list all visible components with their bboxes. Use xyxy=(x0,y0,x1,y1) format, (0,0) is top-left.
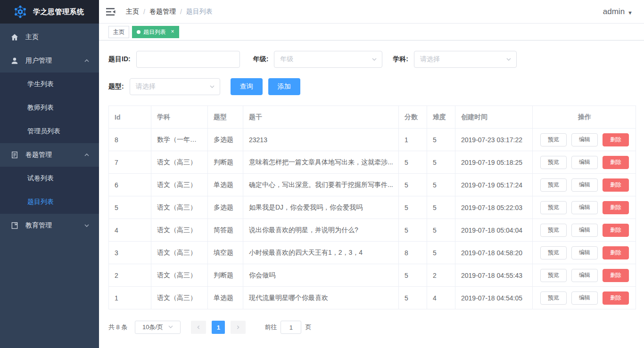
cell-created: 2019-07-18 04:58:20 xyxy=(455,242,533,264)
table-row: 5 语文（高三） 多选题 如果我是DJ，你会爱我吗，你会爱我吗 5 5 2019… xyxy=(109,196,636,219)
delete-button[interactable]: 删除 xyxy=(603,156,629,169)
col-header-score: 分数 xyxy=(399,106,427,129)
filter-row-2: 题型: 请选择 查询 添加 xyxy=(108,78,635,95)
tab-active-dot xyxy=(137,30,140,34)
cell-subject: 语文（高三） xyxy=(151,264,208,287)
tab-home[interactable]: 主页 xyxy=(108,26,129,38)
preview-button[interactable]: 预览 xyxy=(540,269,567,282)
grade-select[interactable]: 年级 xyxy=(274,51,382,68)
delete-button[interactable]: 删除 xyxy=(603,133,629,146)
next-page-button[interactable] xyxy=(231,321,246,334)
preview-button[interactable]: 预览 xyxy=(540,224,567,237)
cell-difficulty: 5 xyxy=(427,151,455,174)
subject-select[interactable]: 请选择 xyxy=(414,51,517,68)
edit-button[interactable]: 编辑 xyxy=(571,246,598,259)
cell-difficulty: 5 xyxy=(427,129,455,151)
cell-score: 5 xyxy=(399,196,427,219)
cell-stem: 意味着怎样把一篇文章具体地写出来，这就牵涉... xyxy=(243,151,399,174)
edit-button[interactable]: 编辑 xyxy=(571,224,598,237)
username: admin xyxy=(603,7,625,16)
preview-button[interactable]: 预览 xyxy=(540,178,567,192)
table-row: 7 语文（高三） 判断题 意味着怎样把一篇文章具体地写出来，这就牵涉... 5 … xyxy=(109,151,636,174)
preview-button[interactable]: 预览 xyxy=(540,133,567,146)
goto-page-input[interactable] xyxy=(281,321,301,334)
edit-button[interactable]: 编辑 xyxy=(571,291,598,305)
question-id-input[interactable] xyxy=(136,51,240,68)
edit-button[interactable]: 编辑 xyxy=(571,201,598,214)
question-table: Id 学科 题型 题干 分数 难度 创建时间 操作 8 数学（一年级） 多选题 … xyxy=(108,105,636,309)
delete-button[interactable]: 删除 xyxy=(603,201,629,214)
chevron-left-icon xyxy=(196,325,201,330)
tab-close-icon[interactable]: × xyxy=(169,29,176,35)
app-logo: 学之思管理系统 xyxy=(0,0,99,24)
sidebar-item-paper-management[interactable]: 卷题管理 xyxy=(0,143,99,167)
preview-button[interactable]: 预览 xyxy=(540,156,567,169)
cell-score: 8 xyxy=(399,242,427,264)
breadcrumb-home[interactable]: 主页 xyxy=(126,8,139,16)
sidebar-item-education-management[interactable]: 教育管理 xyxy=(0,214,99,237)
cell-id: 1 xyxy=(109,287,151,309)
cell-difficulty: 5 xyxy=(427,219,455,242)
cell-type: 单选题 xyxy=(208,174,243,196)
table-row: 3 语文（高三） 填空题 小时候最喜欢的四大天王有1，2，3，4 8 5 201… xyxy=(109,242,636,264)
preview-button[interactable]: 预览 xyxy=(540,291,567,305)
caret-down-icon: ▼ xyxy=(627,10,633,16)
question-id-label: 题目ID: xyxy=(108,55,131,64)
col-header-difficulty: 难度 xyxy=(427,106,455,129)
user-dropdown[interactable]: admin ▼ xyxy=(603,7,633,16)
search-button[interactable]: 查询 xyxy=(231,78,263,95)
preview-button[interactable]: 预览 xyxy=(540,201,567,214)
breadcrumb-separator: / xyxy=(180,8,182,16)
col-header-type: 题型 xyxy=(208,106,243,129)
main-area: 主页 / 卷题管理 / 题目列表 admin ▼ 主页 题目列表 × 题目ID:… xyxy=(99,0,644,348)
question-type-select[interactable]: 请选择 xyxy=(130,78,220,95)
sidebar-item-teacher-list[interactable]: 教师列表 xyxy=(0,96,99,120)
cell-stem: 如果我是DJ，你会爱我吗，你会爱我吗 xyxy=(243,196,399,219)
sidebar-item-admin-list[interactable]: 管理员列表 xyxy=(0,120,99,143)
cell-id: 6 xyxy=(109,174,151,196)
edit-button[interactable]: 编辑 xyxy=(571,133,598,146)
sidebar-fold-icon[interactable] xyxy=(106,8,116,16)
cell-type: 判断题 xyxy=(208,264,243,287)
delete-button[interactable]: 删除 xyxy=(603,224,629,237)
cell-difficulty: 5 xyxy=(427,196,455,219)
goto-page: 前往 页 xyxy=(264,321,311,334)
cell-type: 多选题 xyxy=(208,129,243,151)
sidebar-item-exam-paper-list[interactable]: 试卷列表 xyxy=(0,167,99,190)
delete-button[interactable]: 删除 xyxy=(603,246,629,259)
cell-subject: 语文（高三） xyxy=(151,219,208,242)
sidebar-item-student-list[interactable]: 学生列表 xyxy=(0,73,99,96)
edit-button[interactable]: 编辑 xyxy=(571,178,598,192)
preview-button[interactable]: 预览 xyxy=(540,246,567,259)
sidebar-item-question-list[interactable]: 题目列表 xyxy=(0,190,99,214)
tab-question-list[interactable]: 题目列表 × xyxy=(132,26,179,38)
sidebar-item-home[interactable]: 主页 xyxy=(0,25,99,49)
page-number-1[interactable]: 1 xyxy=(212,321,225,334)
cell-type: 简答题 xyxy=(208,219,243,242)
paper-management-submenu: 试卷列表 题目列表 xyxy=(0,167,99,214)
delete-button[interactable]: 删除 xyxy=(603,269,629,282)
sidebar: 学之思管理系统 主页 用户管理 学生列表 教师列表 管理员列表 xyxy=(0,0,99,348)
subject-select-placeholder: 请选择 xyxy=(420,55,506,64)
page-size-select[interactable]: 10条/页 xyxy=(135,321,181,334)
delete-button[interactable]: 删除 xyxy=(603,291,629,305)
logo-hexagon-icon xyxy=(13,5,27,19)
cell-score: 5 xyxy=(399,151,427,174)
breadcrumb-section[interactable]: 卷题管理 xyxy=(149,8,176,16)
chevron-down-icon xyxy=(209,84,215,89)
sidebar-item-user-management[interactable]: 用户管理 xyxy=(0,49,99,73)
sidebar-item-label: 教育管理 xyxy=(25,221,52,230)
edit-button[interactable]: 编辑 xyxy=(571,269,598,282)
edit-button[interactable]: 编辑 xyxy=(571,156,598,169)
delete-button[interactable]: 删除 xyxy=(603,178,629,192)
add-button[interactable]: 添加 xyxy=(268,78,300,95)
pagination: 共 8 条 10条/页 1 前往 页 xyxy=(108,321,635,334)
breadcrumb-separator: / xyxy=(143,8,145,16)
cell-type: 单选题 xyxy=(208,287,243,309)
question-type-select-placeholder: 请选择 xyxy=(136,82,209,91)
app-title: 学之思管理系统 xyxy=(33,8,84,16)
prev-page-button[interactable] xyxy=(191,321,206,334)
cell-id: 5 xyxy=(109,196,151,219)
cell-created: 2019-07-18 04:55:43 xyxy=(455,264,533,287)
tab-label: 题目列表 xyxy=(143,28,166,36)
